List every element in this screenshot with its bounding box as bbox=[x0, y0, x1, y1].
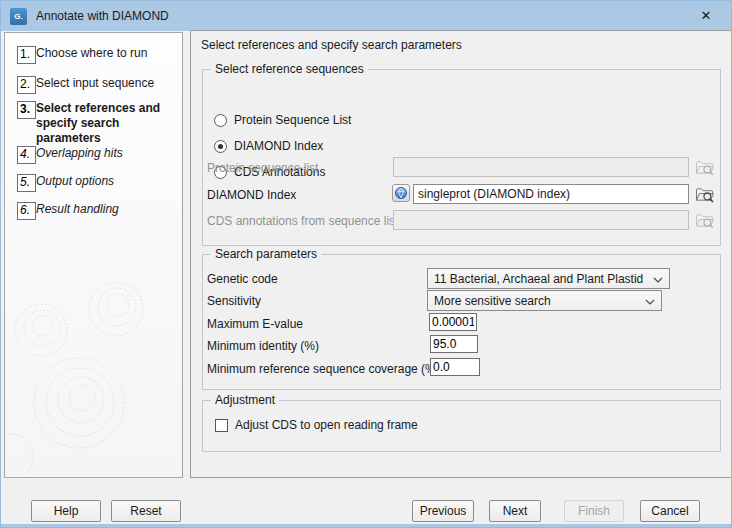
step-label: Result handling bbox=[36, 202, 177, 220]
min-coverage-input[interactable] bbox=[430, 358, 480, 376]
min-coverage-label: Minimum reference sequence coverage (%) bbox=[207, 361, 440, 377]
max-evalue-input[interactable] bbox=[429, 313, 477, 331]
protein-sequence-list-label: Protein sequence list bbox=[207, 160, 318, 176]
step-label: Overlapping hits bbox=[36, 146, 177, 164]
step-select-references-current: 3. Select references and specify search … bbox=[17, 101, 177, 146]
reset-button[interactable]: Reset bbox=[111, 500, 181, 522]
selected-option: 11 Bacterial, Archaeal and Plant Plastid bbox=[434, 272, 643, 286]
step-number: 5. bbox=[17, 174, 36, 192]
finish-button: Finish bbox=[564, 500, 624, 522]
group-legend: Search parameters bbox=[211, 247, 321, 261]
max-evalue-label: Maximum E-value bbox=[207, 316, 303, 332]
step-label: Output options bbox=[36, 174, 177, 192]
checkbox-icon bbox=[215, 419, 228, 432]
app-icon: G. bbox=[10, 8, 27, 25]
step-result-handling: 6. Result handling bbox=[17, 202, 177, 220]
radio-protein-sequence-list[interactable]: Protein Sequence List bbox=[214, 113, 351, 127]
genetic-code-select[interactable]: 11 Bacterial, Archaeal and Plant Plastid bbox=[427, 268, 670, 289]
step-number: 4. bbox=[17, 146, 36, 164]
cancel-button[interactable]: Cancel bbox=[640, 500, 700, 522]
panel-header: Select references and specify search par… bbox=[201, 38, 462, 52]
radio-label: DIAMOND Index bbox=[234, 139, 323, 153]
step-select-input-sequence: 2. Select input sequence bbox=[17, 76, 177, 94]
step-choose-where-to-run: 1. Choose where to run bbox=[17, 46, 177, 64]
browse-folder-search-icon bbox=[694, 158, 716, 176]
browse-folder-search-icon[interactable] bbox=[694, 185, 716, 203]
adjust-cds-checkbox-row[interactable]: Adjust CDS to open reading frame bbox=[215, 418, 418, 432]
cds-annotations-field bbox=[393, 210, 689, 230]
swirl-watermark bbox=[5, 243, 180, 473]
radio-checked-icon bbox=[214, 140, 227, 153]
step-label: Select input sequence bbox=[36, 76, 177, 94]
genetic-code-label: Genetic code bbox=[207, 271, 278, 287]
titlebar: G. Annotate with DIAMOND ✕ bbox=[1, 1, 731, 31]
sensitivity-select[interactable]: More sensitive search bbox=[427, 290, 662, 311]
step-label: Select references and specify search par… bbox=[36, 101, 177, 146]
close-icon[interactable]: ✕ bbox=[696, 8, 716, 25]
wizard-steps-sidebar: 1. Choose where to run 2. Select input s… bbox=[4, 32, 183, 478]
step-output-options: 5. Output options bbox=[17, 174, 177, 192]
radio-label: Protein Sequence List bbox=[234, 113, 351, 127]
step-number: 2. bbox=[17, 76, 36, 94]
wizard-content-panel: Select references and specify search par… bbox=[190, 30, 732, 478]
min-identity-input[interactable] bbox=[430, 335, 478, 353]
protein-sequence-list-field bbox=[393, 157, 689, 177]
window-bottom-edge bbox=[1, 524, 731, 527]
radio-icon bbox=[214, 114, 227, 127]
group-legend: Select reference sequences bbox=[211, 62, 368, 76]
next-button[interactable]: Next bbox=[489, 500, 541, 522]
min-identity-label: Minimum identity (%) bbox=[207, 338, 319, 354]
diamond-index-label: DIAMOND Index bbox=[207, 187, 296, 203]
diamond-index-field[interactable]: singleprot (DIAMOND index) bbox=[413, 184, 689, 204]
previous-button[interactable]: Previous bbox=[412, 500, 474, 522]
sensitivity-label: Sensitivity bbox=[207, 293, 261, 309]
help-button[interactable]: Help bbox=[31, 500, 101, 522]
chevron-down-icon bbox=[639, 294, 655, 308]
step-number: 3. bbox=[17, 101, 36, 119]
cds-annotations-label: CDS annotations from sequence list bbox=[207, 213, 398, 229]
annotate-with-diamond-dialog: G. Annotate with DIAMOND ✕ 1. Choose whe… bbox=[0, 0, 732, 528]
checkbox-label: Adjust CDS to open reading frame bbox=[235, 418, 418, 432]
step-number: 1. bbox=[17, 46, 36, 64]
selected-option: More sensitive search bbox=[434, 294, 551, 308]
browse-folder-search-icon bbox=[694, 211, 716, 229]
step-label: Choose where to run bbox=[36, 46, 177, 64]
radio-diamond-index[interactable]: DIAMOND Index bbox=[214, 139, 323, 153]
step-overlapping-hits: 4. Overlapping hits bbox=[17, 146, 177, 164]
group-legend: Adjustment bbox=[211, 393, 279, 407]
chevron-down-icon bbox=[647, 272, 663, 286]
window-title: Annotate with DIAMOND bbox=[36, 9, 169, 23]
diamond-gem-icon bbox=[392, 184, 410, 202]
step-number: 6. bbox=[17, 202, 36, 220]
